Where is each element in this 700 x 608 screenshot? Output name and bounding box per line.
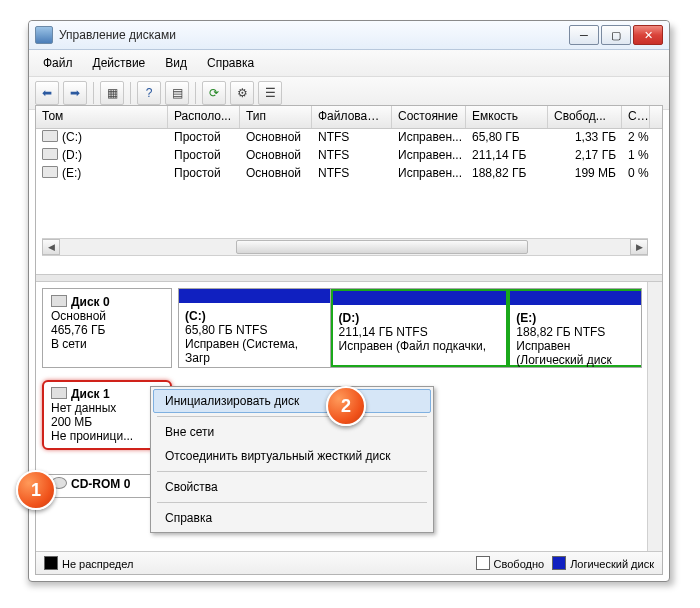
partition-e[interactable]: (E:) 188,82 ГБ NTFS Исправен (Логический… [508,289,641,367]
partition-d[interactable]: (D:) 211,14 ГБ NTFS Исправен (Файл подка… [331,289,509,367]
col-capacity[interactable]: Емкость [466,106,548,128]
table-row[interactable]: (C:) Простой Основной NTFS Исправен... 6… [36,129,662,147]
col-free[interactable]: Свобод... [548,106,622,128]
forward-icon[interactable]: ➡ [63,81,87,105]
col-layout[interactable]: Располо... [168,106,240,128]
menu-detach-vhd[interactable]: Отсоединить виртуальный жесткий диск [153,444,431,468]
swatch-free [476,556,490,570]
titlebar[interactable]: Управление дисками ─ ▢ ✕ [29,21,669,50]
menu-initialize-disk[interactable]: Инициализировать диск [153,389,431,413]
menu-file[interactable]: Файл [35,54,81,72]
col-status[interactable]: Состояние [392,106,466,128]
callout-badge-1: 1 [16,470,56,510]
column-headers[interactable]: Том Располо... Тип Файловая с... Состоян… [36,106,662,129]
scroll-right-icon[interactable]: ▶ [630,239,648,255]
callout-badge-2: 2 [326,386,366,426]
menu-offline[interactable]: Вне сети [153,420,431,444]
volume-list: Том Располо... Тип Файловая с... Состоян… [36,106,662,256]
h-scrollbar[interactable]: ◀ ▶ [42,238,648,256]
refresh-icon[interactable]: ⟳ [202,81,226,105]
col-fs[interactable]: Файловая с... [312,106,392,128]
close-button[interactable]: ✕ [633,25,663,45]
table-row[interactable]: (E:) Простой Основной NTFS Исправен... 1… [36,165,662,183]
drive-icon [42,166,58,178]
menu-view[interactable]: Вид [157,54,195,72]
disk-icon [51,295,67,307]
app-icon [35,26,53,44]
minimize-button[interactable]: ─ [569,25,599,45]
drive-icon [42,148,58,160]
menu-action[interactable]: Действие [85,54,154,72]
disk0-header[interactable]: Диск 0 Основной 465,76 ГБ В сети [42,288,172,368]
menu-properties[interactable]: Свойства [153,475,431,499]
v-scrollbar[interactable] [647,282,662,552]
legend: Не распредел Свободно Логический диск [36,551,662,574]
table-row[interactable]: (D:) Простой Основной NTFS Исправен... 2… [36,147,662,165]
action-icon[interactable]: ⚙ [230,81,254,105]
splitter[interactable] [36,274,662,282]
scroll-left-icon[interactable]: ◀ [42,239,60,255]
menu-help[interactable]: Справка [153,506,431,530]
swatch-unallocated [44,556,58,570]
swatch-logical [552,556,566,570]
tool-icon[interactable]: ▤ [165,81,189,105]
context-menu: Инициализировать диск Вне сети Отсоедини… [150,386,434,533]
disk-icon [51,387,67,399]
col-type[interactable]: Тип [240,106,312,128]
scroll-thumb[interactable] [236,240,528,254]
disk-row-0: Диск 0 Основной 465,76 ГБ В сети (C:) 65… [36,282,648,374]
view-icon[interactable]: ▦ [100,81,124,105]
maximize-button[interactable]: ▢ [601,25,631,45]
col-volume[interactable]: Том [36,106,168,128]
partition-c[interactable]: (C:) 65,80 ГБ NTFS Исправен (Система, За… [179,289,331,367]
drive-icon [42,130,58,142]
list-icon[interactable]: ☰ [258,81,282,105]
menubar: Файл Действие Вид Справка [29,50,669,77]
col-pct[interactable]: Св [622,106,650,128]
back-icon[interactable]: ⬅ [35,81,59,105]
menu-help[interactable]: Справка [199,54,262,72]
help-icon[interactable]: ? [137,81,161,105]
window-title: Управление дисками [59,28,569,42]
